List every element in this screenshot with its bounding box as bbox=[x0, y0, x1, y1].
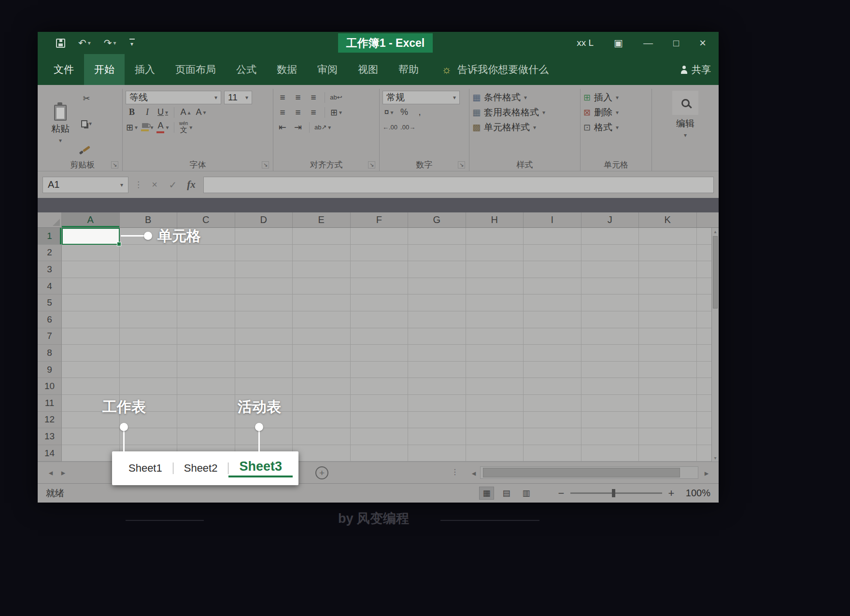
format-painter-button[interactable] bbox=[80, 142, 93, 155]
cell-E14[interactable] bbox=[293, 445, 351, 462]
cell-C6[interactable] bbox=[177, 311, 235, 328]
cell-G6[interactable] bbox=[408, 311, 466, 328]
tab-splitter-icon[interactable]: ⋮ bbox=[451, 467, 458, 476]
column-header-D[interactable]: D bbox=[235, 212, 293, 227]
hscroll-right-button[interactable]: ▸ bbox=[700, 468, 713, 478]
cell-G7[interactable] bbox=[408, 328, 466, 345]
format-as-table-button[interactable]: ▦ 套用表格格式▾ bbox=[472, 105, 577, 120]
cell-F11[interactable] bbox=[351, 395, 409, 412]
cell-A4[interactable] bbox=[62, 278, 120, 295]
ribbon-display-options-button[interactable]: ▣ bbox=[614, 37, 623, 49]
cell-D8[interactable] bbox=[235, 345, 293, 362]
cell-I7[interactable] bbox=[524, 328, 581, 345]
selected-cell-a1[interactable] bbox=[62, 228, 120, 245]
cell-J8[interactable] bbox=[581, 345, 639, 362]
cell-K9[interactable] bbox=[639, 362, 697, 378]
cell-C7[interactable] bbox=[177, 328, 235, 345]
cell-J14[interactable] bbox=[581, 445, 639, 462]
view-normal-button[interactable]: ▦ bbox=[479, 487, 494, 500]
cell-H14[interactable] bbox=[466, 445, 524, 462]
row-header-5[interactable]: 5 bbox=[38, 294, 62, 311]
cell-K10[interactable] bbox=[639, 378, 697, 395]
cell-E8[interactable] bbox=[293, 345, 351, 362]
cell-I12[interactable] bbox=[524, 412, 581, 429]
cell-J2[interactable] bbox=[581, 245, 639, 262]
cell-H3[interactable] bbox=[466, 261, 524, 278]
formula-input[interactable] bbox=[203, 177, 714, 193]
row-header-8[interactable]: 8 bbox=[38, 345, 62, 362]
cell-F3[interactable] bbox=[351, 261, 409, 278]
cell-D13[interactable] bbox=[235, 428, 293, 445]
vertical-scrollbar[interactable]: ▴ ▾ bbox=[711, 228, 719, 462]
dialog-launcher-icon[interactable]: ↘ bbox=[368, 161, 375, 168]
horizontal-scrollbar[interactable] bbox=[480, 466, 698, 479]
cell-J6[interactable] bbox=[581, 311, 639, 328]
delete-cells-button[interactable]: ⊠ 删除▾ bbox=[583, 105, 649, 120]
sheet-tab-sheet3-active[interactable]: Sheet3 bbox=[228, 459, 293, 477]
horizontal-scroll-thumb[interactable] bbox=[483, 468, 680, 477]
column-header-G[interactable]: G bbox=[408, 212, 466, 227]
cell-E1[interactable] bbox=[293, 228, 351, 245]
grow-font-button[interactable]: A▴ bbox=[179, 106, 192, 119]
shrink-font-button[interactable]: A▾ bbox=[195, 106, 207, 119]
cell-F2[interactable] bbox=[351, 245, 409, 262]
cell-D7[interactable] bbox=[235, 328, 293, 345]
cell-I10[interactable] bbox=[524, 378, 581, 395]
row-header-4[interactable]: 4 bbox=[38, 278, 62, 295]
column-header-I[interactable]: I bbox=[524, 212, 581, 227]
account-name[interactable]: xx L bbox=[577, 38, 594, 48]
cell-A3[interactable] bbox=[62, 261, 120, 278]
enter-entry-button[interactable]: ✓ bbox=[167, 179, 179, 191]
cell-I4[interactable] bbox=[524, 278, 581, 295]
cell-C8[interactable] bbox=[177, 345, 235, 362]
name-box[interactable]: A1 ▾ bbox=[42, 177, 128, 193]
cell-styles-button[interactable]: ▩ 单元格样式▾ bbox=[472, 120, 577, 135]
cell-K12[interactable] bbox=[639, 412, 697, 429]
insert-cells-button[interactable]: ⊞ 插入▾ bbox=[583, 90, 649, 105]
cell-J12[interactable] bbox=[581, 412, 639, 429]
cell-E4[interactable] bbox=[293, 278, 351, 295]
cell-C11[interactable] bbox=[177, 395, 235, 412]
tab-page-layout[interactable]: 页面布局 bbox=[165, 54, 226, 85]
cell-C10[interactable] bbox=[177, 378, 235, 395]
align-center-button[interactable]: ≡ bbox=[292, 106, 304, 119]
cell-J5[interactable] bbox=[581, 294, 639, 311]
cell-B3[interactable] bbox=[120, 261, 178, 278]
cell-A13[interactable] bbox=[62, 428, 120, 445]
decrease-indent-button[interactable]: ⇤ bbox=[276, 121, 289, 134]
cell-B2[interactable] bbox=[120, 245, 178, 262]
cell-G2[interactable] bbox=[408, 245, 466, 262]
italic-button[interactable]: I bbox=[141, 106, 154, 119]
accounting-format-button[interactable]: ¤▾ bbox=[382, 106, 395, 119]
cell-G11[interactable] bbox=[408, 395, 466, 412]
merge-center-button[interactable]: ⊞▾ bbox=[330, 106, 342, 119]
cell-E6[interactable] bbox=[293, 311, 351, 328]
find-select-button[interactable] bbox=[672, 91, 698, 115]
cell-H9[interactable] bbox=[466, 362, 524, 378]
font-name-select[interactable]: 等线▾ bbox=[126, 91, 221, 104]
cell-F5[interactable] bbox=[351, 294, 409, 311]
cell-D6[interactable] bbox=[235, 311, 293, 328]
cell-J11[interactable] bbox=[581, 395, 639, 412]
zoom-out-button[interactable]: − bbox=[556, 487, 567, 500]
tab-view[interactable]: 视图 bbox=[348, 54, 388, 85]
cell-H11[interactable] bbox=[466, 395, 524, 412]
row-header-13[interactable]: 13 bbox=[38, 428, 62, 445]
cell-K14[interactable] bbox=[639, 445, 697, 462]
zoom-in-button[interactable]: + bbox=[666, 487, 677, 500]
cancel-entry-button[interactable]: × bbox=[148, 179, 161, 190]
cell-A9[interactable] bbox=[62, 362, 120, 378]
cell-E11[interactable] bbox=[293, 395, 351, 412]
cell-K6[interactable] bbox=[639, 311, 697, 328]
cell-A10[interactable] bbox=[62, 378, 120, 395]
cell-E2[interactable] bbox=[293, 245, 351, 262]
cell-C9[interactable] bbox=[177, 362, 235, 378]
tab-file[interactable]: 文件 bbox=[43, 54, 84, 85]
scroll-down-icon[interactable]: ▾ bbox=[714, 455, 716, 461]
cell-K5[interactable] bbox=[639, 294, 697, 311]
cell-H8[interactable] bbox=[466, 345, 524, 362]
conditional-formatting-button[interactable]: ▦ 条件格式▾ bbox=[472, 90, 577, 105]
font-color-button[interactable]: A▾ bbox=[156, 121, 169, 134]
cell-H12[interactable] bbox=[466, 412, 524, 429]
cell-A2[interactable] bbox=[62, 245, 120, 262]
